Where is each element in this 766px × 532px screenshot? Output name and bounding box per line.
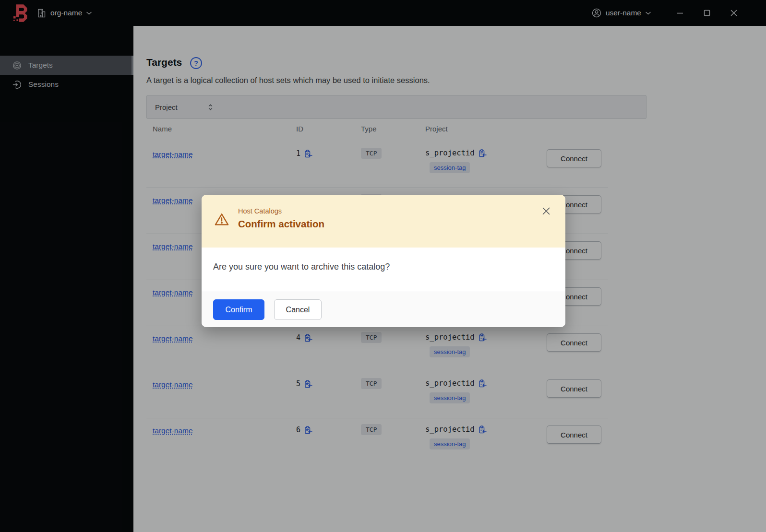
dialog-message: Are you sure you want to archive this ca… [213, 262, 390, 272]
confirm-dialog: Host Catalogs Confirm activation Are you… [202, 195, 565, 327]
warning-icon [214, 212, 229, 229]
dialog-footer: Confirm Cancel [202, 292, 565, 327]
dialog-title: Confirm activation [238, 218, 324, 230]
dialog-header: Host Catalogs Confirm activation [202, 195, 565, 248]
dialog-eyebrow: Host Catalogs [238, 207, 282, 215]
dialog-close-icon[interactable] [541, 206, 551, 216]
dialog-body: Are you sure you want to archive this ca… [202, 248, 565, 292]
cancel-button[interactable]: Cancel [274, 299, 322, 320]
confirm-button[interactable]: Confirm [213, 299, 264, 320]
